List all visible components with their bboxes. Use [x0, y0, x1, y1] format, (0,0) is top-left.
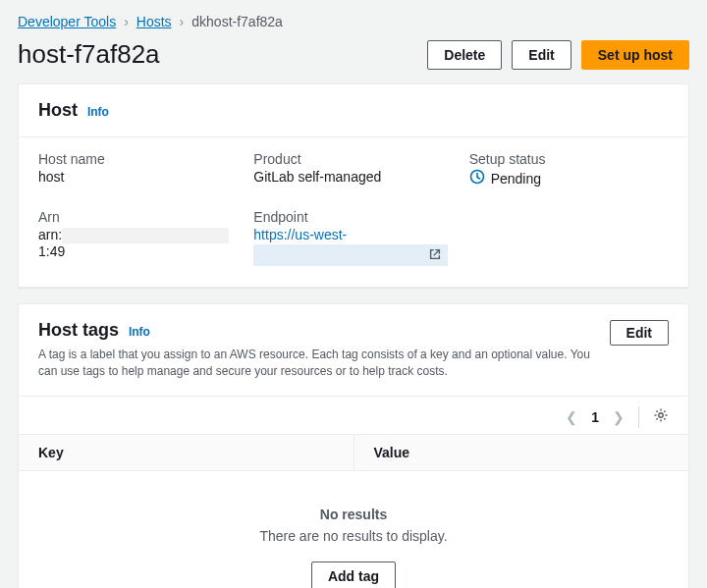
endpoint-copy-box — [253, 244, 448, 266]
svg-point-1 — [659, 413, 663, 417]
host-panel-title: Host — [38, 100, 78, 120]
tags-table-header: Key Value — [19, 434, 688, 471]
breadcrumb-root-link[interactable]: Developer Tools — [18, 14, 116, 29]
host-info-link[interactable]: Info — [87, 105, 109, 119]
host-name-value: host — [38, 169, 238, 185]
chevron-right-icon: › — [124, 14, 129, 29]
column-key[interactable]: Key — [19, 435, 354, 470]
action-buttons: Delete Edit Set up host — [427, 40, 689, 70]
arn-label: Arn — [38, 209, 238, 225]
pending-icon — [469, 169, 485, 187]
breadcrumb: Developer Tools › Hosts › dkhost-f7af82a — [0, 0, 707, 33]
host-tags-panel: Host tags Info A tag is a label that you… — [18, 303, 689, 588]
page-number: 1 — [591, 409, 599, 425]
host-tags-title: Host tags — [38, 320, 119, 340]
divider — [638, 406, 639, 428]
delete-button[interactable]: Delete — [427, 40, 502, 70]
column-value[interactable]: Value — [354, 435, 689, 470]
tags-empty-state: No results There are no results to displ… — [19, 471, 688, 588]
next-page-icon[interactable]: ❯ — [613, 409, 625, 425]
host-tags-info-link[interactable]: Info — [129, 325, 150, 339]
breadcrumb-current: dkhost-f7af82a — [191, 14, 283, 29]
endpoint-link[interactable]: https://us-west- — [253, 227, 347, 242]
gear-icon[interactable] — [653, 407, 669, 426]
host-name-label: Host name — [38, 151, 238, 167]
setup-status-value: Pending — [469, 169, 669, 187]
arn-value: arn: 1:49 — [38, 227, 238, 259]
product-value: GitLab self-managed — [253, 169, 453, 185]
tags-pagination: ❮ 1 ❯ — [19, 397, 688, 434]
breadcrumb-hosts-link[interactable]: Hosts — [136, 14, 172, 29]
chevron-right-icon: › — [180, 14, 185, 29]
redacted-block — [62, 228, 229, 243]
host-panel: Host Info Host name host Product GitLab … — [18, 83, 689, 288]
setup-host-button[interactable]: Set up host — [581, 40, 689, 70]
setup-status-label: Setup status — [469, 151, 669, 167]
endpoint-label: Endpoint — [253, 209, 453, 225]
page-header: host-f7af82a Delete Edit Set up host — [0, 33, 707, 83]
add-tag-button[interactable]: Add tag — [311, 561, 396, 588]
empty-subtitle: There are no results to display. — [38, 528, 669, 544]
edit-tags-button[interactable]: Edit — [610, 320, 669, 346]
prev-page-icon[interactable]: ❮ — [566, 409, 577, 425]
page-title: host-f7af82a — [18, 39, 160, 70]
host-tags-description: A tag is a label that you assign to an A… — [38, 347, 610, 380]
empty-title: No results — [38, 507, 669, 522]
edit-button[interactable]: Edit — [512, 40, 571, 70]
product-label: Product — [253, 151, 453, 167]
external-link-icon[interactable] — [428, 247, 442, 264]
